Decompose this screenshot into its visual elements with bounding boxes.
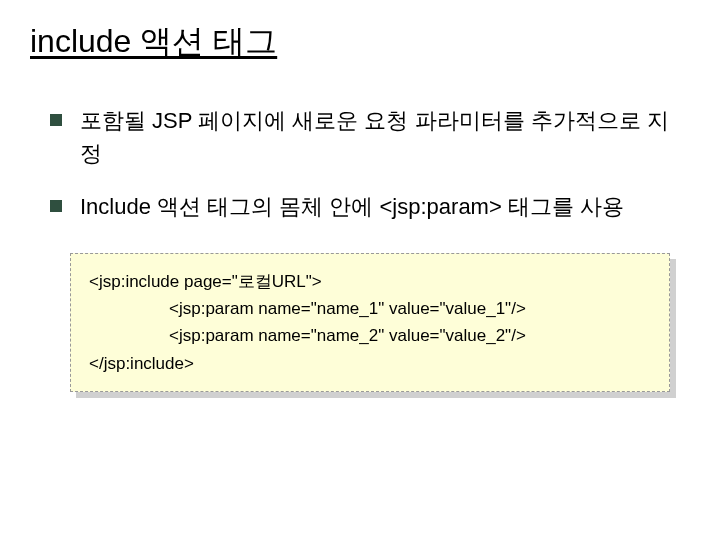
code-line: <jsp:include page="로컬URL"> (89, 268, 651, 295)
code-line: <jsp:param name="name_2" value="value_2"… (89, 322, 651, 349)
bullet-list: 포함될 JSP 페이지에 새로운 요청 파라미터를 추가적으로 지정 Inclu… (50, 104, 690, 223)
bullet-item: Include 액션 태그의 몸체 안에 <jsp:param> 태그를 사용 (50, 190, 690, 223)
code-line: </jsp:include> (89, 350, 651, 377)
bullet-item: 포함될 JSP 페이지에 새로운 요청 파라미터를 추가적으로 지정 (50, 104, 690, 170)
square-bullet-icon (50, 114, 62, 126)
code-box-container: <jsp:include page="로컬URL"> <jsp:param na… (70, 253, 670, 392)
code-box: <jsp:include page="로컬URL"> <jsp:param na… (70, 253, 670, 392)
slide-title: include 액션 태그 (30, 20, 690, 64)
square-bullet-icon (50, 200, 62, 212)
bullet-text: 포함될 JSP 페이지에 새로운 요청 파라미터를 추가적으로 지정 (80, 104, 690, 170)
code-line: <jsp:param name="name_1" value="value_1"… (89, 295, 651, 322)
bullet-text: Include 액션 태그의 몸체 안에 <jsp:param> 태그를 사용 (80, 190, 690, 223)
